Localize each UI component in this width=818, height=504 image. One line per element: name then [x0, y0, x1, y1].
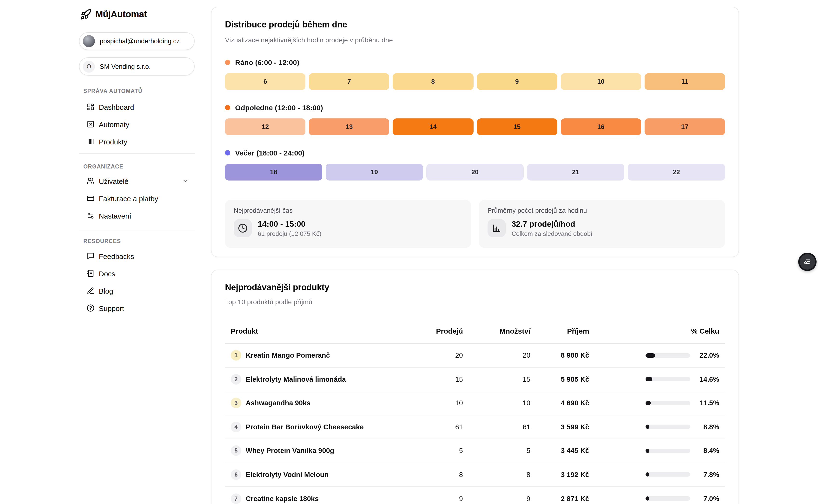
- hour-cell: 15: [477, 118, 557, 135]
- quantity: 10: [463, 399, 530, 407]
- sliders-icon: [87, 212, 94, 220]
- revenue: 8 980 Kč: [530, 352, 589, 359]
- section-label-resources: RESOURCES: [79, 238, 194, 244]
- revenue: 5 985 Kč: [530, 375, 589, 383]
- stat-value: 32.7 prodejů/hod: [512, 219, 592, 229]
- product-name: Protein Bar Borůvkový Cheesecake: [246, 423, 364, 431]
- rank-badge: 3: [231, 398, 241, 408]
- app-logo[interactable]: MůjAutomat: [79, 8, 194, 21]
- feedback-widget-button[interactable]: [798, 253, 817, 271]
- org-name: SM Vending s.r.o.: [100, 63, 151, 70]
- organization-switcher[interactable]: O SM Vending s.r.o.: [79, 57, 194, 76]
- sidebar-item-support[interactable]: Support: [79, 299, 194, 317]
- chevron-down-icon[interactable]: [182, 178, 189, 184]
- distribution-title: Distribuce prodejů během dne: [225, 19, 725, 30]
- stat-detail: 61 prodejů (12 075 Kč): [258, 230, 322, 237]
- period-dot: [225, 150, 230, 155]
- sidebar-item-produkty[interactable]: Produkty: [79, 133, 194, 150]
- rank-badge: 6: [231, 469, 241, 480]
- table-row: 6 Elektrolyty Vodní Meloun 8 8 3 192 Kč …: [225, 463, 725, 487]
- table-row: 4 Protein Bar Borůvkový Cheesecake 61 61…: [225, 415, 725, 439]
- products-table: Produkt Prodejů Množství Příjem % Celku …: [225, 326, 725, 504]
- stat-detail: Celkem za sledované období: [512, 230, 592, 237]
- period-dot: [225, 59, 230, 65]
- sales-count: 8: [405, 471, 463, 478]
- revenue: 2 871 Kč: [530, 495, 589, 503]
- clock-icon: [234, 219, 252, 237]
- period-label-vecer: Večer (18:00 - 24:00): [225, 148, 725, 157]
- col-header-prodeju: Prodejů: [405, 327, 463, 335]
- hour-cell: 18: [225, 164, 322, 181]
- sidebar-item-label: Nastavení: [99, 212, 131, 220]
- col-header-mnozstvi: Množství: [463, 327, 530, 335]
- quantity: 20: [463, 352, 530, 359]
- pct-of-total: 22.0%: [690, 352, 726, 359]
- hour-cell: 6: [225, 73, 306, 90]
- rank-badge: 2: [231, 374, 241, 385]
- hour-cell: 14: [393, 118, 473, 135]
- sidebar-item-fakturace[interactable]: Fakturace a platby: [79, 190, 194, 207]
- rocket-icon: [80, 9, 91, 20]
- sidebar-item-label: Dashboard: [99, 103, 134, 111]
- sidebar-item-feedbacks[interactable]: Feedbacks: [79, 247, 194, 265]
- stat-best-time: Nejprodávanější čas 14:00 - 15:00 61 pro…: [225, 200, 471, 248]
- pen-icon: [87, 287, 94, 295]
- quantity: 61: [463, 423, 530, 431]
- product-name: Creatine kapsle 180ks: [246, 495, 319, 503]
- sidebar-item-dashboard[interactable]: Dashboard: [79, 98, 194, 116]
- nav-sprava-automatu: Dashboard Automaty Produkty: [79, 98, 194, 150]
- table-row: 1 Kreatin Mango Pomeranč 20 20 8 980 Kč …: [225, 344, 725, 368]
- account-email-button[interactable]: pospichal@underholding.cz: [79, 32, 194, 50]
- period-label-rano: Ráno (6:00 - 12:00): [225, 57, 725, 67]
- users-icon: [87, 177, 94, 185]
- help-circle-icon: [87, 304, 94, 312]
- sidebar-item-automaty[interactable]: Automaty: [79, 116, 194, 133]
- app-title: MůjAutomat: [95, 9, 147, 20]
- main-content: Distribuce prodejů během dne Vizualizace…: [211, 0, 739, 504]
- sidebar-item-blog[interactable]: Blog: [79, 282, 194, 299]
- sidebar-item-uzivatele[interactable]: Uživatelé: [79, 172, 194, 190]
- sales-count: 61: [405, 423, 463, 431]
- app-viewport: MůjAutomat pospichal@underholding.cz O S…: [0, 0, 818, 504]
- pct-bar: [646, 449, 690, 453]
- sidebar-item-label: Blog: [99, 287, 113, 295]
- hour-cell: 20: [426, 164, 524, 181]
- heatmap-row-vecer: 18 19 20 21 22: [225, 164, 725, 181]
- pct-of-total: 7.0%: [690, 495, 726, 503]
- distribution-subtitle: Vizualizace nejaktivnějších hodin prodej…: [225, 35, 725, 45]
- products-subtitle: Top 10 produktů podle příjmů: [225, 297, 725, 307]
- org-initial-badge: O: [83, 60, 95, 72]
- section-label-sprava-automatu: SPRÁVA AUTOMATŮ: [79, 88, 194, 94]
- col-header-pct-celku: % Celku: [589, 327, 726, 335]
- top-products-card: Nejprodávanější produkty Top 10 produktů…: [211, 270, 739, 504]
- sidebar-item-label: Produkty: [99, 137, 127, 146]
- sidebar-divider: [79, 153, 194, 154]
- revenue: 3 599 Kč: [530, 423, 589, 431]
- table-header-row: Produkt Prodejů Množství Příjem % Celku: [225, 326, 725, 336]
- revenue: 3 445 Kč: [530, 447, 589, 455]
- credit-card-icon: [87, 194, 94, 202]
- sales-count: 20: [405, 352, 463, 359]
- sidebar-item-nastaveni[interactable]: Nastavení: [79, 207, 194, 224]
- message-square-icon: [87, 252, 94, 260]
- table-row: 5 Whey Protein Vanilka 900g 5 5 3 445 Kč…: [225, 439, 725, 463]
- quantity: 5: [463, 447, 530, 455]
- col-header-produkt: Produkt: [225, 327, 405, 335]
- pct-bar: [646, 425, 690, 429]
- hour-cell: 22: [628, 164, 725, 181]
- bar-chart-icon: [487, 219, 506, 237]
- hour-cell: 19: [326, 164, 423, 181]
- product-name: Elektrolyty Vodní Meloun: [246, 471, 329, 478]
- sidebar-item-label: Docs: [99, 269, 115, 278]
- rank-badge: 7: [231, 493, 241, 504]
- hour-cell: 8: [393, 73, 473, 90]
- hour-cell: 11: [645, 73, 725, 90]
- table-row: 3 Ashwagandha 90ks 10 10 4 690 Kč 11.5%: [225, 391, 725, 415]
- hour-cell: 21: [527, 164, 624, 181]
- feedback-widget-icon: [803, 257, 812, 267]
- sidebar-item-docs[interactable]: Docs: [79, 265, 194, 282]
- sales-count: 15: [405, 375, 463, 383]
- pct-bar: [646, 472, 690, 477]
- product-name: Ashwagandha 90ks: [246, 399, 311, 407]
- nav-resources: Feedbacks Docs Blog Support: [79, 247, 194, 317]
